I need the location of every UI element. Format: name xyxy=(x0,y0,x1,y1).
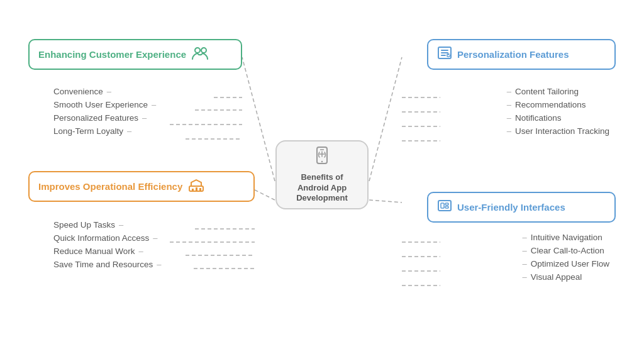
center-box: Benefits ofAndroid AppDevelopment xyxy=(275,140,369,209)
list-item: Save Time and Resources xyxy=(53,260,162,269)
svg-rect-31 xyxy=(445,203,448,205)
cat-orange-box: Improves Operational Efficiency xyxy=(28,171,255,202)
svg-rect-26 xyxy=(199,188,201,191)
svg-rect-29 xyxy=(438,201,451,211)
cat-blue-bottom-icon xyxy=(437,198,452,216)
svg-rect-30 xyxy=(441,203,444,208)
list-item: Speed Up Tasks xyxy=(53,220,162,230)
center-icon xyxy=(312,145,332,170)
list-item: Recommendations xyxy=(507,100,609,109)
svg-line-0 xyxy=(242,57,275,181)
cat-green-icon xyxy=(191,45,209,64)
list-item: Notifications xyxy=(507,113,609,123)
list-item: Clear Call-to-Action xyxy=(522,246,609,255)
diagram: Benefits ofAndroid AppDevelopment Enhanc… xyxy=(0,0,644,349)
list-item: Long-Term Loyalty xyxy=(53,126,156,136)
svg-rect-32 xyxy=(445,206,448,208)
cat-orange-label: Improves Operational Efficiency xyxy=(38,181,182,192)
svg-rect-25 xyxy=(196,187,197,191)
list-item: Optimized User Flow xyxy=(522,259,609,269)
list-item: Content Tailoring xyxy=(507,87,609,96)
cat-blue-bottom-label: User-Friendly Interfaces xyxy=(457,202,565,213)
cat-blue-top-label: Personalization Features xyxy=(457,49,569,60)
list-item: Personalized Features xyxy=(53,113,156,123)
sub-items-left-bottom: Speed Up Tasks Quick Information Access … xyxy=(53,220,162,273)
list-item: Reduce Manual Work xyxy=(53,247,162,256)
svg-point-21 xyxy=(195,48,200,53)
cat-green-label: Enhancing Customer Experience xyxy=(38,49,186,60)
sub-items-right-bottom: Intuitive Navigation Clear Call-to-Actio… xyxy=(522,233,609,285)
svg-line-3 xyxy=(369,200,402,202)
list-item: Convenience xyxy=(53,87,156,96)
list-item: Smooth User Experience xyxy=(53,100,156,109)
list-item: Visual Appeal xyxy=(522,272,609,282)
center-label: Benefits ofAndroid AppDevelopment xyxy=(296,172,348,204)
list-item: Intuitive Navigation xyxy=(522,233,609,242)
list-item: User Interaction Tracking xyxy=(507,126,609,136)
cat-green-box: Enhancing Customer Experience xyxy=(28,39,242,70)
cat-blue-top-icon xyxy=(437,45,452,64)
cat-blue-top-box: Personalization Features xyxy=(427,39,616,70)
svg-line-2 xyxy=(369,57,402,181)
cat-blue-bottom-box: User-Friendly Interfaces xyxy=(427,192,616,223)
sub-items-left-top: Convenience Smooth User Experience Perso… xyxy=(53,87,156,140)
svg-rect-24 xyxy=(192,189,194,191)
list-item: Quick Information Access xyxy=(53,233,162,243)
sub-items-right-top: Content Tailoring Recommendations Notifi… xyxy=(507,87,609,140)
svg-line-1 xyxy=(255,190,275,200)
cat-orange-icon xyxy=(187,177,205,196)
svg-point-22 xyxy=(201,48,206,53)
